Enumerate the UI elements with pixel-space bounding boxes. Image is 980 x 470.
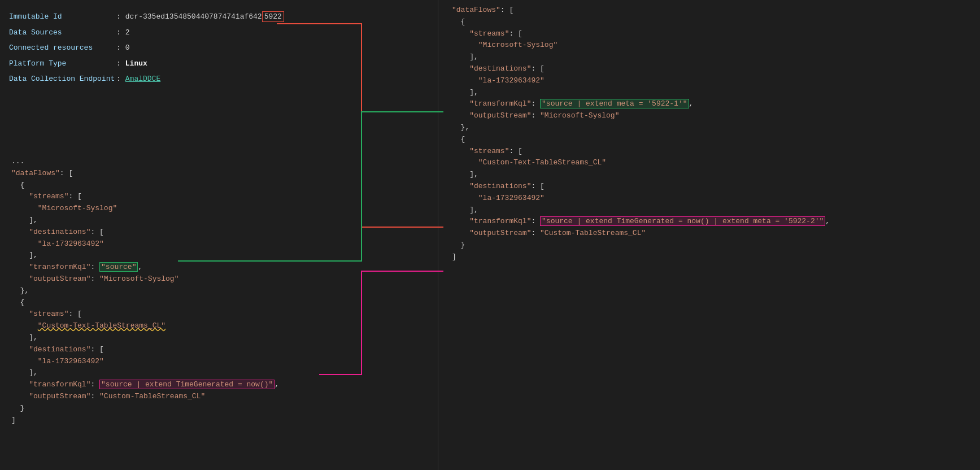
immutable-id-value: dcr-335ed13548504407874741af6425922 [125,11,284,23]
immutable-id-row: Immutable Id : dcr-335ed1354850440787474… [9,11,319,23]
connected-resources-label: Connected resources [9,42,116,54]
right-b1-dest-close: ], [450,87,971,99]
platform-type-row: Platform Type : Linux [9,58,319,69]
left-json-line-9: ], [9,250,319,262]
connected-resources-row: Connected resources : 0 [9,42,319,54]
right-b1-dest-key: "destinations": [ [450,63,971,75]
right-b2-transformkql-value: "source | extend TimeGenerated = now() |… [540,216,825,226]
left-transformkql1-value: "source" [99,262,138,272]
left-json-line-18: "la-1732963492" [9,356,319,368]
left-outputstream1-key: "outputStream" [29,275,90,283]
right-b2-transformkql-line: "transformKql": "source | extend TimeGen… [450,216,971,228]
left-json-line-2: "dataFlows": [ [9,168,319,180]
data-sources-row: Data Sources : 2 [9,27,319,38]
data-sources-colon: : [116,27,121,38]
right-b1-dest-val: "la-1732963492" [450,75,971,87]
right-b1-transformkql-line: "transformKql": "source | extend meta = … [450,98,971,110]
connected-resources-colon: : [116,42,121,54]
left-json-line-10: "transformKql": "source", [9,262,319,273]
left-json-line-7: "destinations": [ [9,227,319,238]
left-transformkql1-key: "transformKql" [29,263,90,271]
left-json-line-1: ... [9,156,319,168]
left-json-line-20: "transformKql": "source | extend TimeGen… [9,379,319,391]
left-transformkql2-value: "source | extend TimeGenerated = now()" [99,380,275,389]
right-b2-dest-close: ], [450,204,971,216]
left-json-line-17: "destinations": [ [9,344,319,356]
left-outputstream2-key: "outputStream" [29,392,90,401]
left-la2-value: "la-1732963492" [38,357,104,365]
left-json-line-6: ], [9,215,319,227]
dce-row: Data Collection Endpoint : AmalDDCE [9,73,319,85]
right-b2-outputstream-line: "outputStream": "Custom-TableStreams_CL" [450,228,971,240]
left-dest1-key: "destinations" [29,228,90,236]
left-outputstream1-value: "Microsoft-Syslog" [99,275,178,283]
left-json-line-14: "streams": [ [9,308,319,320]
right-b2-streams-key: "streams": [ [450,146,971,158]
left-json-panel: ... "dataFlows": [ { "streams": [ "Micro… [0,151,328,470]
left-json-line-15: "Custom-Text-TableStreams_CL" [9,320,319,332]
left-streams1-key: "streams" [29,192,68,201]
right-block1-close: }, [450,122,971,134]
left-json-line-19: ], [9,367,319,379]
left-json-line-3: { [9,180,319,192]
platform-type-label: Platform Type [9,58,116,69]
left-json-line-16: ], [9,332,319,344]
right-array-close: ] [450,251,971,263]
right-block2-open: { [450,134,971,146]
immutable-id-label: Immutable Id [9,11,116,23]
panel-divider [438,0,438,470]
data-sources-label: Data Sources [9,27,116,38]
immutable-id-suffix-highlight: 5922 [262,11,284,22]
metadata-table: Immutable Id : dcr-335ed1354850440787474… [9,11,319,85]
left-outputstream2-value: "Custom-TableStreams_CL" [99,392,205,401]
left-la1-value: "la-1732963492" [38,240,104,248]
right-b1-streams-close: ], [450,51,971,63]
dce-value[interactable]: AmalDDCE [125,73,160,85]
left-dataflows-bracket: : [ [60,169,73,177]
right-b1-transformkql-value: "source | extend meta = '5922-1'" [540,99,689,108]
left-json-line-4: "streams": [ [9,191,319,203]
left-custom-text-value: "Custom-Text-TableStreams_CL" [38,321,165,330]
data-sources-value: 2 [125,27,130,38]
left-json-line-11: "outputStream": "Microsoft-Syslog" [9,273,319,285]
right-dataflows-key: "dataFlows" [452,6,500,14]
left-transformkql2-key: "transformKql" [29,380,90,389]
left-streams2-key: "streams" [29,310,68,318]
right-b2-dest-val: "la-1732963492" [450,193,971,204]
connected-resources-value: 0 [125,42,130,54]
right-json-panel: "dataFlows": [ { "streams": [ "Microsoft… [441,0,980,470]
right-block2-close: } [450,240,971,251]
left-json-line-22: } [9,403,319,415]
left-json-line-23: ] [9,415,319,427]
immutable-id-prefix: dcr-335ed13548504407874741af642 [125,12,262,21]
left-syslog-value: "Microsoft-Syslog" [38,204,117,212]
dce-colon: : [116,73,121,85]
platform-type-value: Linux [125,58,147,69]
left-json-line-13: { [9,297,319,309]
right-b2-streams-close: ], [450,169,971,181]
magenta-connector-line [319,271,443,375]
left-json-line-5: "Microsoft-Syslog" [9,203,319,215]
right-b2-streams-val: "Custom-Text-TableStreams_CL" [450,157,971,169]
right-b1-outputstream-line: "outputStream": "Microsoft-Syslog" [450,110,971,122]
right-json-header: "dataFlows": [ [450,5,971,16]
left-json-line-21: "outputStream": "Custom-TableStreams_CL" [9,391,319,403]
right-b1-streams-key: "streams": [ [450,28,971,40]
dce-label: Data Collection Endpoint [9,73,116,85]
left-dest2-key: "destinations" [29,345,90,354]
platform-type-colon: : [116,58,121,69]
left-dataflows-key: "dataFlows" [11,169,60,177]
right-b1-streams-val: "Microsoft-Syslog" [450,40,971,51]
right-block1-open: { [450,16,971,28]
right-b2-dest-key: "destinations": [ [450,181,971,193]
immutable-id-colon: : [116,11,121,23]
left-json-line-8: "la-1732963492" [9,238,319,250]
left-json-line-12: }, [9,285,319,297]
